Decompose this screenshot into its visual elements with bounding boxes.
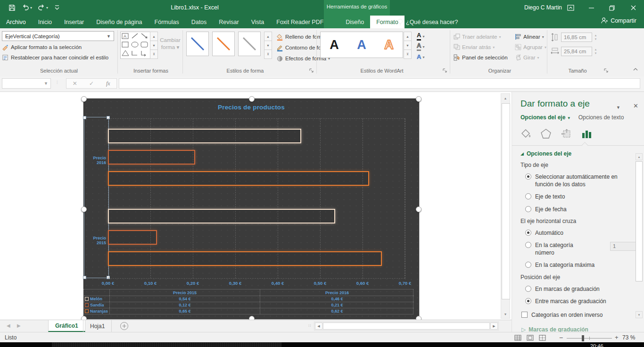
tab-formulas[interactable]: Fórmulas — [149, 16, 185, 28]
pane-scroll-thumb[interactable] — [636, 161, 643, 281]
normal-view-button[interactable] — [512, 333, 523, 342]
bar-Naranjas-Precio 2016[interactable] — [108, 171, 369, 186]
sheet-tab-hoja1[interactable]: Hoja1 — [83, 320, 112, 332]
radio-category-number[interactable]: En la categoría número — [525, 241, 637, 256]
text-effects-button[interactable]: A▾ — [417, 53, 424, 61]
category-axis-label[interactable]: Precio 2016 — [84, 156, 106, 165]
chart-resize-handle[interactable] — [81, 96, 87, 102]
section-axis-options[interactable]: ◢ Opciones del eje — [520, 150, 637, 157]
fill-line-icon[interactable] — [520, 128, 532, 140]
tab-splitter-grip[interactable]: ⁞⁞ — [308, 323, 311, 328]
wordart-down-button[interactable]: ▼ — [404, 41, 412, 50]
formula-bar-grip[interactable]: ⁞ — [57, 80, 58, 85]
horizontal-scroll-thumb[interactable] — [323, 322, 490, 330]
axis-selection-handle[interactable] — [83, 276, 86, 279]
tab-datos[interactable]: Datos — [185, 16, 213, 28]
scroll-right-arrow[interactable]: ▶ — [490, 322, 498, 330]
chart-title[interactable]: Precios de productos — [83, 104, 419, 111]
tab-archivo[interactable]: Archivo — [0, 16, 32, 28]
shapes-gallery[interactable]: A — [120, 32, 150, 59]
tab-insertar[interactable]: Insertar — [58, 16, 90, 28]
align-button[interactable]: Alinear▾ — [515, 32, 544, 41]
category-axis-selection[interactable] — [84, 117, 109, 278]
formula-input[interactable] — [119, 78, 640, 89]
horizontal-scrollbar[interactable]: ◀ ▶ — [314, 322, 499, 330]
chart-resize-handle[interactable] — [416, 207, 421, 212]
name-box[interactable]: ▼ — [2, 78, 51, 89]
chart-resize-handle[interactable] — [81, 207, 87, 212]
wordart-more-button[interactable]: ⊻ — [404, 50, 412, 59]
styles-more-button[interactable]: ⊻ — [264, 50, 272, 59]
scroll-left-arrow[interactable]: ◀ — [315, 322, 322, 330]
share-button[interactable]: Compartir — [601, 17, 636, 24]
tab-diseno-pagina[interactable]: Diseño de página — [90, 16, 148, 28]
shape-height-field[interactable]: 16,85 cm — [561, 33, 592, 42]
shape-style-thumb-3[interactable] — [238, 32, 261, 56]
worksheet-area[interactable]: Precios de productos Precio 2015Precio 2… — [0, 92, 512, 320]
tab-revisar[interactable]: Revisar — [213, 16, 245, 28]
page-layout-view-button[interactable] — [524, 333, 536, 342]
zoom-out-button[interactable]: − — [559, 334, 563, 341]
customize-qat-button[interactable] — [55, 3, 59, 12]
pane-close-icon[interactable]: ✕ — [633, 102, 638, 109]
chart-data-table[interactable]: Precio 2015Precio 2016Melón0,54 €0,46 €S… — [83, 289, 413, 314]
restore-button[interactable] — [602, 0, 622, 16]
wordart-style-orange-outline[interactable]: A — [384, 39, 394, 51]
zoom-slider-thumb[interactable] — [582, 335, 584, 341]
bar-Sandía-Precio 2015[interactable] — [108, 230, 157, 245]
close-button[interactable] — [622, 0, 644, 16]
styles-up-button[interactable]: ▲ — [264, 32, 272, 41]
pane-scrollbar[interactable]: ▲ ▼ — [636, 153, 643, 318]
checkbox-reverse-order[interactable]: Categorías en orden inverso — [521, 311, 637, 319]
sheet-nav-next[interactable]: ▶ — [17, 323, 21, 328]
shape-width-field[interactable]: 25,84 cm — [561, 47, 592, 56]
vertical-scrollbar[interactable]: ▲ ▼ — [501, 93, 510, 319]
zoom-percentage[interactable]: 73 % — [622, 334, 635, 341]
section-tick-marks-clipped[interactable]: ▷ Marcas de graduación — [521, 326, 637, 332]
pane-scroll-down[interactable]: ▼ — [636, 311, 643, 318]
radio-date-axis[interactable]: Eje de fecha — [525, 206, 637, 213]
text-fill-button[interactable]: A▾ — [417, 32, 424, 41]
wordart-dialog-launcher[interactable] — [442, 68, 448, 74]
text-outline-button[interactable]: A▾ — [417, 42, 424, 51]
tab-diseno-herramientas[interactable]: Diseño — [339, 16, 370, 28]
collapse-ribbon-button[interactable] — [633, 67, 638, 72]
tab-vista[interactable]: Vista — [245, 16, 271, 28]
shape-style-thumb-2[interactable] — [212, 32, 235, 56]
styles-down-button[interactable]: ▼ — [264, 41, 272, 50]
chart-resize-handle[interactable] — [249, 96, 255, 102]
tab-foxit[interactable]: Foxit Reader PDF — [270, 16, 330, 28]
radio-automatic[interactable]: Automático — [525, 229, 637, 237]
undo-dropdown-caret[interactable]: ▾ — [30, 6, 32, 10]
pane-options-caret[interactable]: ▼ — [616, 105, 620, 110]
pane-tab-axis-options[interactable]: Opciones del eje ▼ — [520, 114, 571, 121]
shape-height-spinner[interactable]: ▲▼ — [593, 33, 599, 42]
chart-object[interactable]: Precios de productos Precio 2015Precio 2… — [83, 98, 420, 320]
radio-text-axis[interactable]: Eje de texto — [525, 193, 637, 200]
bar-Melón-Precio 2015[interactable] — [108, 209, 335, 223]
vertical-scroll-thumb[interactable] — [502, 103, 510, 299]
effects-icon[interactable] — [540, 128, 552, 140]
selection-pane-button[interactable]: Panel de selección — [454, 53, 508, 62]
bar-Naranjas-Precio 2015[interactable] — [108, 251, 382, 266]
bar-Sandía-Precio 2016[interactable] — [108, 150, 195, 165]
radio-auto-select[interactable]: Seleccionar automáticamente en función d… — [525, 173, 637, 188]
page-break-view-button[interactable] — [537, 333, 548, 342]
ribbon-display-options-button[interactable] — [560, 0, 581, 16]
tell-me-box[interactable]: ¿Qué desea hacer? — [397, 16, 458, 28]
name-box-dropdown[interactable]: ▼ — [44, 81, 50, 86]
undo-button[interactable]: ▾ — [22, 3, 32, 12]
bar-Melón-Precio 2016[interactable] — [108, 129, 301, 143]
sheet-nav-prev[interactable]: ◀ — [7, 323, 10, 328]
chart-element-selector[interactable]: EjeVertical (Categoría) ▼ — [2, 31, 114, 41]
wordart-style-blue[interactable]: A — [357, 39, 366, 51]
insert-function-button[interactable]: fx — [100, 79, 116, 88]
scroll-down-arrow[interactable]: ▼ — [502, 310, 509, 318]
pane-tab-text-options[interactable]: Opciones de texto — [578, 114, 624, 121]
radio-on-tick-marks[interactable]: En marcas de graduación — [525, 285, 637, 293]
shape-styles-dialog-launcher[interactable] — [309, 68, 314, 74]
sheet-tab-grafico1[interactable]: Gráfico1 — [48, 320, 85, 332]
gallery-down-button[interactable]: ▼ — [150, 41, 158, 50]
reset-style-button[interactable]: Restablecer para hacer coincidir el esti… — [2, 53, 108, 62]
zoom-in-button[interactable]: + — [615, 334, 619, 341]
